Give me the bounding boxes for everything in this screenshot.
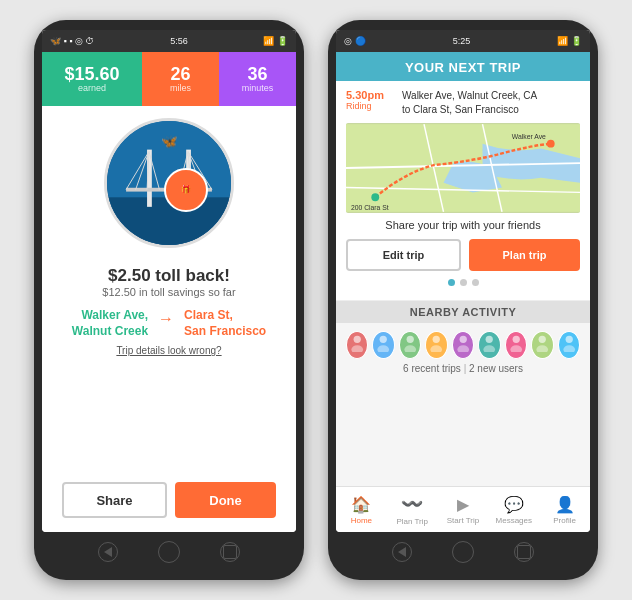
messages-icon: 💬: [504, 495, 524, 514]
status-bar-2: ◎ 🔵 5:25 📶 🔋: [336, 30, 590, 52]
done-button[interactable]: Done: [175, 482, 276, 518]
svg-point-20: [547, 140, 555, 148]
edit-trip-button[interactable]: Edit trip: [346, 239, 461, 271]
share-trip-text[interactable]: Share your trip with your friends: [346, 219, 580, 231]
phone-1: 🦋 ▪ ▪ ◎ ⏱ 5:56 📶 🔋 $15.60 earned 26 mile…: [34, 20, 304, 580]
back-button[interactable]: [98, 542, 118, 562]
trip-riding: Riding: [346, 101, 396, 111]
avatar-7: [505, 331, 527, 359]
share-button[interactable]: Share: [62, 482, 167, 518]
nav-messages[interactable]: 💬 Messages: [488, 487, 539, 532]
route-row: Walker Ave, Walnut Creek → Clara St, San…: [58, 308, 280, 339]
status-bar-time-1: 5:56: [170, 36, 188, 46]
svg-text:Walker Ave: Walker Ave: [512, 133, 546, 140]
dot-2[interactable]: [460, 279, 467, 286]
miles-amount: 26: [171, 65, 191, 83]
minutes-block: 36 minutes: [219, 52, 296, 106]
trip-time-row: 5.30pm Riding Walker Ave, Walnut Creek, …: [346, 89, 580, 117]
phone2-bottom-nav: [336, 534, 590, 570]
minutes-amount: 36: [248, 65, 268, 83]
status-bar-2-left: ◎ 🔵: [344, 36, 366, 46]
bottom-nav: 🏠 Home 〰️ Plan Trip ▶ Start Trip 💬 Messa…: [336, 486, 590, 532]
profile-icon: 👤: [555, 495, 575, 514]
dot-3[interactable]: [472, 279, 479, 286]
badge-orange: 🎁: [164, 168, 208, 212]
status-bar-time-2: 5:25: [453, 36, 471, 46]
svg-point-40: [563, 345, 575, 352]
svg-point-25: [380, 336, 387, 343]
svg-text:200 Clara St: 200 Clara St: [351, 204, 389, 211]
recents-button-2[interactable]: [514, 542, 534, 562]
minutes-label: minutes: [242, 83, 274, 93]
trip-address: Walker Ave, Walnut Creek, CA to Clara St…: [402, 89, 537, 117]
status-bar-1: 🦋 ▪ ▪ ◎ ⏱ 5:56 📶 🔋: [42, 30, 296, 52]
avatar-2: [372, 331, 394, 359]
plan-trip-icon: 〰️: [401, 493, 423, 515]
phone1-header: $15.60 earned 26 miles 36 minutes: [42, 52, 296, 106]
earned-block: $15.60 earned: [42, 52, 142, 106]
trip-wrong-link[interactable]: Trip details look wrong?: [116, 345, 221, 356]
status-bar-left-icons: 🦋 ▪ ▪ ◎ ⏱: [50, 36, 94, 46]
earned-amount: $15.60: [65, 65, 120, 83]
nav-profile-label: Profile: [553, 516, 576, 525]
nav-home[interactable]: 🏠 Home: [336, 487, 387, 532]
trip-time-block: 5.30pm Riding: [346, 89, 396, 111]
nav-profile[interactable]: 👤 Profile: [539, 487, 590, 532]
back-button-2[interactable]: [392, 542, 412, 562]
nearby-section: NEARBY ACTIVITY: [336, 301, 590, 486]
svg-point-36: [510, 345, 522, 352]
nav-plan-trip[interactable]: 〰️ Plan Trip: [387, 487, 438, 532]
svg-point-34: [484, 345, 496, 352]
phone-2: ◎ 🔵 5:25 📶 🔋 YOUR NEXT TRIP 5.30pm Ridin…: [328, 20, 598, 580]
phone-2-screen: ◎ 🔵 5:25 📶 🔋 YOUR NEXT TRIP 5.30pm Ridin…: [336, 30, 590, 532]
nearby-header: NEARBY ACTIVITY: [336, 301, 590, 323]
miles-label: miles: [170, 83, 191, 93]
svg-point-33: [486, 336, 493, 343]
nav-home-label: Home: [351, 516, 372, 525]
phone1-content: 🦋 🎁 $2.50 toll back! $12.50 in toll savi…: [42, 106, 296, 532]
map-image: 200 Clara St Walker Ave: [346, 123, 580, 213]
svg-point-28: [404, 345, 416, 352]
phone2-title: YOUR NEXT TRIP: [346, 60, 580, 75]
avatar-8: [531, 331, 553, 359]
svg-point-26: [378, 345, 390, 352]
trip-time: 5.30pm: [346, 89, 396, 101]
plan-trip-button[interactable]: Plan trip: [469, 239, 580, 271]
svg-point-23: [354, 336, 361, 343]
svg-point-38: [536, 345, 548, 352]
recents-button[interactable]: [220, 542, 240, 562]
svg-point-30: [431, 345, 443, 352]
trip-address-to: to Clara St, San Francisco: [402, 103, 537, 117]
nav-start-trip[interactable]: ▶ Start Trip: [438, 487, 489, 532]
phone2-header: YOUR NEXT TRIP: [336, 52, 590, 81]
svg-point-35: [512, 336, 519, 343]
nav-start-label: Start Trip: [447, 516, 479, 525]
avatars-row: [336, 323, 590, 363]
earned-label: earned: [78, 83, 106, 93]
avatar-1: [346, 331, 368, 359]
svg-point-37: [539, 336, 546, 343]
svg-point-19: [371, 193, 379, 201]
route-from: Walker Ave, Walnut Creek: [72, 308, 148, 339]
toll-back-text: $2.50 toll back!: [108, 266, 230, 286]
home-button[interactable]: [158, 541, 180, 563]
phone-1-screen: 🦋 ▪ ▪ ◎ ⏱ 5:56 📶 🔋 $15.60 earned 26 mile…: [42, 30, 296, 532]
miles-block: 26 miles: [142, 52, 219, 106]
share-trip-link: Share your trip: [385, 219, 457, 231]
svg-point-32: [457, 345, 469, 352]
dot-1[interactable]: [448, 279, 455, 286]
trip-action-buttons: Edit trip Plan trip: [346, 239, 580, 271]
phone1-bottom-nav: [42, 534, 296, 570]
home-button-2[interactable]: [452, 541, 474, 563]
toll-savings-text: $12.50 in toll savings so far: [102, 286, 235, 298]
trip-card: 5.30pm Riding Walker Ave, Walnut Creek, …: [336, 81, 590, 301]
svg-text:🦋: 🦋: [161, 133, 178, 150]
start-trip-icon: ▶: [457, 495, 469, 514]
avatar-4: [425, 331, 447, 359]
nearby-stats: 6 recent trips | 2 new users: [336, 363, 590, 380]
status-bar-right-icons: 📶 🔋: [263, 36, 288, 46]
avatar-3: [399, 331, 421, 359]
avatar-9: [558, 331, 580, 359]
svg-point-27: [406, 336, 413, 343]
route-arrow-icon: →: [158, 310, 174, 328]
